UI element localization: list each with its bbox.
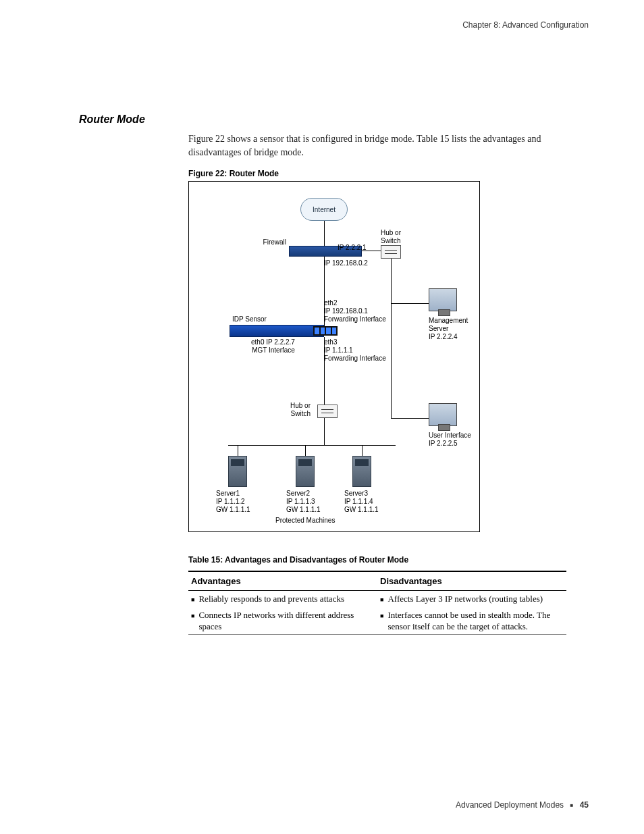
mgmt-monitor-icon <box>429 288 457 311</box>
dis-cell: Affects Layer 3 IP networks (routing tab… <box>377 591 566 607</box>
adv-cell: Connects IP networks with different addr… <box>188 607 377 634</box>
chapter-header: Chapter 8: Advanced Configuration <box>462 20 589 30</box>
eth3-label: eth3 IP 1.1.1.1 Forwarding Interface <box>324 338 386 363</box>
server1-label: Server1 IP 1.1.1.2 GW 1.1.1.1 <box>216 490 250 514</box>
section-title: Router Mode <box>79 113 145 126</box>
router-mode-diagram: Internet Firewall IP 2.2.2.1 IP 192.168.… <box>188 181 480 532</box>
intro-paragraph: Figure 22 shows a sensor that is configu… <box>188 132 566 159</box>
adv-cell: Reliably responds to and prevents attack… <box>188 591 377 607</box>
advantages-table: Advantages Disadvantages Reliably respon… <box>188 571 566 635</box>
eth0-label: eth0 IP 2.2.2.7 MGT Interface <box>251 338 295 355</box>
mgmt-label: Management Server IP 2.2.2.4 <box>429 317 468 341</box>
ip-below-fw-label: IP 192.168.0.2 <box>324 259 368 267</box>
col-advantages: Advantages <box>188 572 377 590</box>
table-row: Reliably responds to and prevents attack… <box>188 591 566 607</box>
idp-label: IDP Sensor <box>232 315 267 323</box>
server3-label: Server3 IP 1.1.1.4 GW 1.1.1.1 <box>344 490 379 514</box>
table-row: Connects IP networks with different addr… <box>188 607 566 634</box>
page-footer: Advanced Deployment Modes ■ 45 <box>456 800 589 810</box>
hub2-label: Hub or Switch <box>290 402 311 418</box>
ui-label: User Interface IP 2.2.2.5 <box>429 432 471 448</box>
table-header-row: Advantages Disadvantages <box>188 572 566 591</box>
footer-section: Advanced Deployment Modes <box>456 800 564 810</box>
idp-sensor-icon <box>230 325 324 337</box>
eth2-label: eth2 IP 192.168.0.1 Forwarding Interface <box>324 299 386 323</box>
server3-icon <box>352 456 371 487</box>
col-disadvantages: Disadvantages <box>377 572 566 590</box>
server2-label: Server2 IP 1.1.1.3 GW 1.1.1.1 <box>286 490 321 514</box>
firewall-label: Firewall <box>262 238 286 246</box>
hub1-label: Hub or Switch <box>381 229 401 245</box>
hub1-icon <box>381 245 401 259</box>
footer-square-icon: ■ <box>570 802 573 808</box>
ui-monitor-icon <box>429 403 457 426</box>
hub2-icon <box>317 405 338 418</box>
table-caption: Table 15: Advantages and Disadvantages o… <box>188 555 408 565</box>
server1-icon <box>228 456 247 487</box>
protected-label: Protected Machines <box>275 517 335 525</box>
sensor-ports-icon <box>313 326 338 336</box>
server2-icon <box>296 456 315 487</box>
figure-caption: Figure 22: Router Mode <box>188 169 279 178</box>
internet-icon: Internet <box>300 198 348 221</box>
page-number: 45 <box>580 800 589 810</box>
dis-cell: Interfaces cannot be used in stealth mod… <box>377 607 566 634</box>
